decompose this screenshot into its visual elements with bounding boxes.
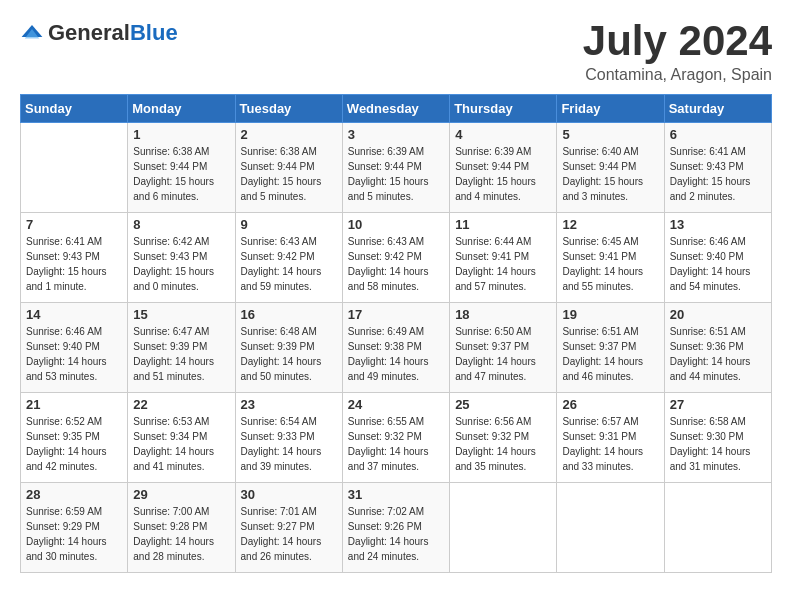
day-info: Sunrise: 6:39 AMSunset: 9:44 PMDaylight:… [455,146,536,202]
day-number: 17 [348,307,444,322]
weekday-header-row: SundayMondayTuesdayWednesdayThursdayFrid… [21,95,772,123]
logo: GeneralBlue [20,20,178,46]
day-number: 26 [562,397,658,412]
day-number: 2 [241,127,337,142]
weekday-header-monday: Monday [128,95,235,123]
calendar-table: SundayMondayTuesdayWednesdayThursdayFrid… [20,94,772,573]
day-number: 20 [670,307,766,322]
day-number: 21 [26,397,122,412]
calendar-cell: 6Sunrise: 6:41 AMSunset: 9:43 PMDaylight… [664,123,771,213]
day-number: 14 [26,307,122,322]
day-info: Sunrise: 6:38 AMSunset: 9:44 PMDaylight:… [241,146,322,202]
day-number: 10 [348,217,444,232]
day-info: Sunrise: 6:45 AMSunset: 9:41 PMDaylight:… [562,236,643,292]
page-header: GeneralBlue July 2024 Contamina, Aragon,… [20,20,772,84]
day-number: 19 [562,307,658,322]
calendar-cell: 23Sunrise: 6:54 AMSunset: 9:33 PMDayligh… [235,393,342,483]
calendar-cell: 15Sunrise: 6:47 AMSunset: 9:39 PMDayligh… [128,303,235,393]
day-number: 12 [562,217,658,232]
day-info: Sunrise: 6:56 AMSunset: 9:32 PMDaylight:… [455,416,536,472]
day-number: 7 [26,217,122,232]
calendar-cell [664,483,771,573]
weekday-header-sunday: Sunday [21,95,128,123]
day-info: Sunrise: 6:44 AMSunset: 9:41 PMDaylight:… [455,236,536,292]
day-number: 31 [348,487,444,502]
day-number: 3 [348,127,444,142]
logo-general: General [48,20,130,45]
day-info: Sunrise: 6:52 AMSunset: 9:35 PMDaylight:… [26,416,107,472]
day-info: Sunrise: 6:58 AMSunset: 9:30 PMDaylight:… [670,416,751,472]
day-info: Sunrise: 6:38 AMSunset: 9:44 PMDaylight:… [133,146,214,202]
weekday-header-wednesday: Wednesday [342,95,449,123]
day-info: Sunrise: 6:41 AMSunset: 9:43 PMDaylight:… [670,146,751,202]
day-number: 8 [133,217,229,232]
day-number: 22 [133,397,229,412]
day-info: Sunrise: 6:39 AMSunset: 9:44 PMDaylight:… [348,146,429,202]
day-number: 15 [133,307,229,322]
calendar-week-row: 7Sunrise: 6:41 AMSunset: 9:43 PMDaylight… [21,213,772,303]
calendar-cell: 29Sunrise: 7:00 AMSunset: 9:28 PMDayligh… [128,483,235,573]
day-number: 16 [241,307,337,322]
calendar-cell: 28Sunrise: 6:59 AMSunset: 9:29 PMDayligh… [21,483,128,573]
calendar-week-row: 28Sunrise: 6:59 AMSunset: 9:29 PMDayligh… [21,483,772,573]
location: Contamina, Aragon, Spain [583,66,772,84]
logo-blue: Blue [130,20,178,45]
calendar-cell: 24Sunrise: 6:55 AMSunset: 9:32 PMDayligh… [342,393,449,483]
weekday-header-friday: Friday [557,95,664,123]
title-block: July 2024 Contamina, Aragon, Spain [583,20,772,84]
calendar-cell: 7Sunrise: 6:41 AMSunset: 9:43 PMDaylight… [21,213,128,303]
calendar-cell [450,483,557,573]
day-number: 24 [348,397,444,412]
day-number: 13 [670,217,766,232]
day-info: Sunrise: 6:59 AMSunset: 9:29 PMDaylight:… [26,506,107,562]
calendar-cell: 22Sunrise: 6:53 AMSunset: 9:34 PMDayligh… [128,393,235,483]
day-info: Sunrise: 6:43 AMSunset: 9:42 PMDaylight:… [348,236,429,292]
calendar-cell: 14Sunrise: 6:46 AMSunset: 9:40 PMDayligh… [21,303,128,393]
day-number: 1 [133,127,229,142]
calendar-cell: 20Sunrise: 6:51 AMSunset: 9:36 PMDayligh… [664,303,771,393]
calendar-cell: 19Sunrise: 6:51 AMSunset: 9:37 PMDayligh… [557,303,664,393]
day-number: 9 [241,217,337,232]
day-info: Sunrise: 6:55 AMSunset: 9:32 PMDaylight:… [348,416,429,472]
day-number: 27 [670,397,766,412]
day-info: Sunrise: 7:01 AMSunset: 9:27 PMDaylight:… [241,506,322,562]
calendar-cell: 18Sunrise: 6:50 AMSunset: 9:37 PMDayligh… [450,303,557,393]
calendar-cell: 26Sunrise: 6:57 AMSunset: 9:31 PMDayligh… [557,393,664,483]
calendar-cell: 30Sunrise: 7:01 AMSunset: 9:27 PMDayligh… [235,483,342,573]
day-info: Sunrise: 6:42 AMSunset: 9:43 PMDaylight:… [133,236,214,292]
calendar-cell: 16Sunrise: 6:48 AMSunset: 9:39 PMDayligh… [235,303,342,393]
calendar-cell: 5Sunrise: 6:40 AMSunset: 9:44 PMDaylight… [557,123,664,213]
month-year: July 2024 [583,20,772,62]
day-number: 25 [455,397,551,412]
day-info: Sunrise: 6:57 AMSunset: 9:31 PMDaylight:… [562,416,643,472]
day-number: 6 [670,127,766,142]
calendar-cell: 12Sunrise: 6:45 AMSunset: 9:41 PMDayligh… [557,213,664,303]
day-number: 11 [455,217,551,232]
day-info: Sunrise: 6:51 AMSunset: 9:36 PMDaylight:… [670,326,751,382]
weekday-header-thursday: Thursday [450,95,557,123]
day-number: 4 [455,127,551,142]
day-info: Sunrise: 6:43 AMSunset: 9:42 PMDaylight:… [241,236,322,292]
day-info: Sunrise: 6:54 AMSunset: 9:33 PMDaylight:… [241,416,322,472]
calendar-cell: 10Sunrise: 6:43 AMSunset: 9:42 PMDayligh… [342,213,449,303]
calendar-cell: 13Sunrise: 6:46 AMSunset: 9:40 PMDayligh… [664,213,771,303]
calendar-cell: 11Sunrise: 6:44 AMSunset: 9:41 PMDayligh… [450,213,557,303]
weekday-header-tuesday: Tuesday [235,95,342,123]
calendar-cell: 3Sunrise: 6:39 AMSunset: 9:44 PMDaylight… [342,123,449,213]
day-number: 29 [133,487,229,502]
day-number: 5 [562,127,658,142]
day-info: Sunrise: 6:53 AMSunset: 9:34 PMDaylight:… [133,416,214,472]
day-number: 30 [241,487,337,502]
calendar-cell: 2Sunrise: 6:38 AMSunset: 9:44 PMDaylight… [235,123,342,213]
calendar-cell: 9Sunrise: 6:43 AMSunset: 9:42 PMDaylight… [235,213,342,303]
calendar-cell: 27Sunrise: 6:58 AMSunset: 9:30 PMDayligh… [664,393,771,483]
calendar-cell [557,483,664,573]
logo-icon [20,21,44,45]
day-info: Sunrise: 6:47 AMSunset: 9:39 PMDaylight:… [133,326,214,382]
calendar-cell: 17Sunrise: 6:49 AMSunset: 9:38 PMDayligh… [342,303,449,393]
calendar-week-row: 14Sunrise: 6:46 AMSunset: 9:40 PMDayligh… [21,303,772,393]
calendar-week-row: 21Sunrise: 6:52 AMSunset: 9:35 PMDayligh… [21,393,772,483]
calendar-week-row: 1Sunrise: 6:38 AMSunset: 9:44 PMDaylight… [21,123,772,213]
day-number: 18 [455,307,551,322]
calendar-cell: 31Sunrise: 7:02 AMSunset: 9:26 PMDayligh… [342,483,449,573]
